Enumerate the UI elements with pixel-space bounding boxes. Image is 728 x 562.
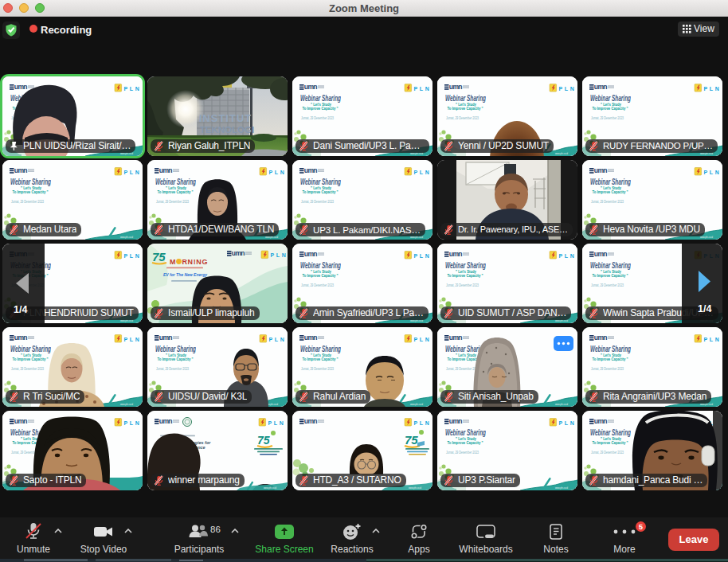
- svg-text:EV for The New Energy: EV for The New Energy: [163, 272, 208, 277]
- svg-text:75: 75: [257, 434, 270, 447]
- svg-text:M: M: [170, 258, 176, 266]
- svg-text:www.pln.co.id: www.pln.co.id: [409, 486, 421, 490]
- svg-text:TEKNOLOGI: TEKNOLOGI: [200, 125, 254, 135]
- svg-text:INSTITUT: INSTITUT: [199, 112, 252, 124]
- svg-text:1/4: 1/4: [14, 304, 27, 315]
- svg-text:www.pln.co.id: www.pln.co.id: [264, 486, 276, 490]
- svg-text:RN!NG: RN!NG: [182, 258, 209, 266]
- svg-text:1/4: 1/4: [698, 303, 711, 314]
- svg-text:75: 75: [405, 433, 418, 447]
- svg-text:75: 75: [152, 250, 166, 263]
